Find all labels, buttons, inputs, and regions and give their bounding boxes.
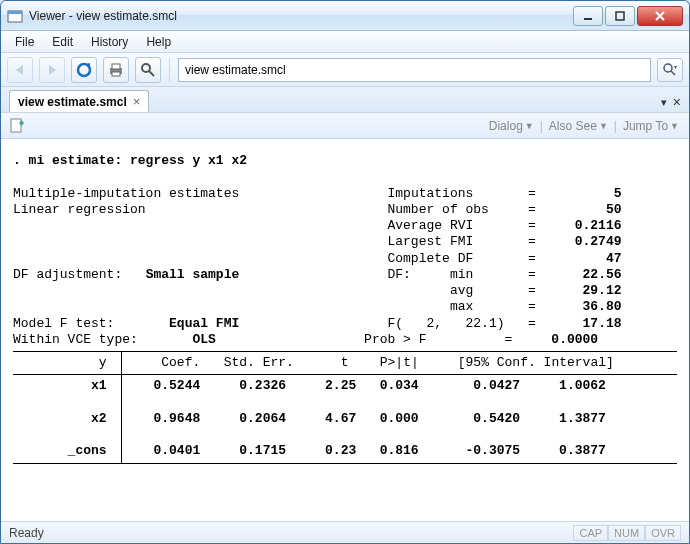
tabbar-close-icon[interactable]: ×	[673, 94, 681, 110]
maximize-button[interactable]	[605, 6, 635, 26]
titlebar[interactable]: Viewer - view estimate.smcl	[1, 1, 689, 31]
svg-rect-1	[8, 11, 22, 14]
menu-edit[interactable]: Edit	[44, 33, 81, 51]
statusbar: Ready CAP NUM OVR	[1, 521, 689, 543]
svg-line-11	[149, 71, 154, 76]
output-line: Within VCE type: OLS Prob > F = 0.0000	[13, 332, 598, 347]
new-doc-icon[interactable]	[9, 117, 27, 135]
output-line: avg = 29.12	[13, 283, 622, 298]
status-num: NUM	[608, 525, 645, 541]
table-row: _cons 0.0401 0.1715 0.23 0.816 -0.3075 0…	[13, 443, 677, 459]
tab-active[interactable]: view estimate.smcl ×	[9, 90, 149, 112]
tabbar: view estimate.smcl × ▾ ×	[1, 87, 689, 113]
menu-history[interactable]: History	[83, 33, 136, 51]
svg-rect-14	[11, 119, 21, 132]
output-line: Largest FMI = 0.2749	[13, 234, 622, 249]
svg-point-10	[142, 64, 150, 72]
svg-point-12	[664, 64, 672, 72]
svg-point-6	[78, 64, 90, 76]
table-header-row: y Coef. Std. Err. t P>|t| [95% Conf. Int…	[13, 355, 677, 371]
content-area[interactable]: . mi estimate: regress y x1 x2 Multiple-…	[1, 139, 689, 521]
tab-dropdown-icon[interactable]: ▾	[661, 96, 667, 109]
svg-rect-8	[112, 64, 120, 69]
chevron-down-icon: ▼	[599, 121, 608, 131]
subtoolbar: Dialog▼ | Also See▼ | Jump To▼	[1, 113, 689, 139]
output-line: Complete DF = 47	[13, 251, 622, 266]
menu-file[interactable]: File	[7, 33, 42, 51]
svg-rect-9	[112, 72, 120, 76]
status-cap: CAP	[573, 525, 608, 541]
viewer-window: Viewer - view estimate.smcl File Edit Hi…	[0, 0, 690, 544]
toolbar	[1, 53, 689, 87]
output-line: Model F test: Equal FMI F( 2, 22.1) = 17…	[13, 316, 622, 331]
refresh-button[interactable]	[71, 57, 97, 83]
tab-close-icon[interactable]: ×	[133, 94, 141, 109]
dialog-link[interactable]: Dialog▼	[487, 119, 536, 133]
back-button[interactable]	[7, 57, 33, 83]
table-row: x2 0.9648 0.2064 4.67 0.000 0.5420 1.387…	[13, 411, 677, 427]
chevron-down-icon: ▼	[670, 121, 679, 131]
close-button[interactable]	[637, 6, 683, 26]
output-line: Multiple-imputation estimates Imputation…	[13, 186, 622, 201]
menubar: File Edit History Help	[1, 31, 689, 53]
window-title: Viewer - view estimate.smcl	[29, 9, 573, 23]
status-ovr: OVR	[645, 525, 681, 541]
output-line: Average RVI = 0.2116	[13, 218, 622, 233]
forward-button[interactable]	[39, 57, 65, 83]
results-table: y Coef. Std. Err. t P>|t| [95% Conf. Int…	[13, 351, 677, 464]
command-line: . mi estimate: regress y x1 x2	[13, 153, 247, 168]
output-line: max = 36.80	[13, 299, 622, 314]
status-ready: Ready	[9, 526, 44, 540]
also-see-link[interactable]: Also See▼	[547, 119, 610, 133]
table-row: x1 0.5244 0.2326 2.25 0.034 0.0427 1.006…	[13, 378, 677, 394]
print-button[interactable]	[103, 57, 129, 83]
jump-to-link[interactable]: Jump To▼	[621, 119, 681, 133]
tab-label: view estimate.smcl	[18, 95, 127, 109]
address-input[interactable]	[178, 58, 651, 82]
svg-line-13	[671, 71, 675, 75]
menu-help[interactable]: Help	[138, 33, 179, 51]
app-icon	[7, 8, 23, 24]
chevron-down-icon: ▼	[525, 121, 534, 131]
search-go-button[interactable]	[657, 58, 683, 82]
find-button[interactable]	[135, 57, 161, 83]
output-line: DF adjustment: Small sample DF: min = 22…	[13, 267, 622, 282]
svg-rect-3	[616, 12, 624, 20]
toolbar-separator	[169, 58, 170, 82]
output-line: Linear regression Number of obs = 50	[13, 202, 622, 217]
minimize-button[interactable]	[573, 6, 603, 26]
